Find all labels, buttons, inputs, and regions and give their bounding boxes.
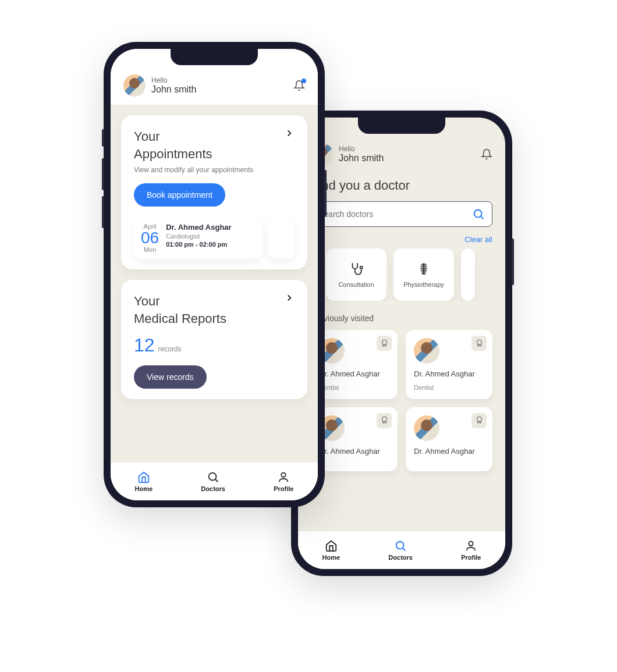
bottom-nav: Home Doctors Profile bbox=[111, 462, 318, 500]
view-records-button[interactable]: View records bbox=[134, 365, 207, 389]
profile-icon bbox=[277, 471, 290, 483]
appointment-item[interactable]: April 06 Mon Dr. Ahmed Asghar Cardiologi… bbox=[134, 217, 262, 259]
card-title-line2: Appointments bbox=[134, 145, 212, 163]
avatar[interactable] bbox=[123, 74, 146, 97]
notification-dot bbox=[302, 79, 306, 83]
appt-doctor: Dr. Ahmed Asghar bbox=[166, 223, 231, 232]
bell-icon bbox=[481, 148, 492, 160]
doctor-name: Dr. Ahmed Asghar bbox=[414, 369, 484, 379]
nav-profile[interactable]: Profile bbox=[461, 539, 481, 561]
svg-point-5 bbox=[469, 542, 473, 546]
tooth-icon bbox=[475, 339, 484, 348]
nav-label: Home bbox=[135, 485, 153, 492]
svg-point-0 bbox=[474, 210, 482, 218]
search-icon bbox=[207, 471, 219, 483]
category-row: Consultation Physiotherapy bbox=[298, 248, 505, 301]
search-input-wrapper[interactable] bbox=[311, 201, 492, 227]
search-input[interactable] bbox=[318, 209, 472, 219]
page-title: Find you a doctor bbox=[298, 173, 505, 201]
nav-label: Profile bbox=[461, 554, 481, 561]
nav-label: Home bbox=[322, 554, 341, 561]
doctor-name: Dr. Ahmed Asghar bbox=[414, 447, 484, 457]
profile-icon bbox=[464, 539, 477, 552]
section-previously-visited: Previously visited bbox=[298, 301, 505, 330]
doctor-name: Dr. Ahmed Asghar bbox=[319, 369, 389, 379]
doctor-grid: Dr. Ahmed Asghar Dentist Dr. Ahmed Asgha… bbox=[298, 330, 505, 399]
specialty-badge bbox=[377, 413, 392, 428]
specialty-badge bbox=[471, 336, 487, 351]
nav-label: Doctors bbox=[388, 554, 413, 561]
nav-profile[interactable]: Profile bbox=[274, 471, 293, 492]
search-icon bbox=[394, 539, 407, 552]
doctor-specialty: Dentist bbox=[319, 384, 389, 391]
svg-line-7 bbox=[215, 479, 218, 482]
nav-doctors[interactable]: Doctors bbox=[388, 539, 413, 561]
chevron-right-icon bbox=[284, 293, 295, 303]
stethoscope-icon bbox=[349, 261, 364, 276]
bottom-nav: Home Doctors Profile bbox=[298, 531, 505, 569]
appt-specialty: Cardiologist bbox=[166, 233, 231, 240]
doctor-card[interactable]: Dr. Ahmed Asghar Dentist bbox=[406, 330, 492, 399]
search-icon bbox=[472, 208, 485, 221]
home-icon bbox=[325, 539, 338, 552]
records-label: records bbox=[158, 345, 182, 353]
specialty-badge bbox=[471, 413, 487, 428]
category-partial[interactable] bbox=[461, 248, 475, 301]
svg-point-6 bbox=[209, 473, 217, 481]
appt-dow: Mon bbox=[141, 246, 159, 253]
nav-label: Profile bbox=[274, 485, 293, 492]
svg-line-4 bbox=[403, 548, 405, 550]
appt-day: 06 bbox=[141, 230, 159, 246]
appointment-item-next[interactable] bbox=[268, 217, 295, 259]
home-icon bbox=[137, 471, 150, 483]
doctor-avatar bbox=[414, 415, 439, 441]
appointments-card: Your Appointments View and modify all yo… bbox=[121, 115, 307, 269]
records-count: 12 bbox=[134, 335, 155, 356]
svg-point-8 bbox=[282, 473, 286, 477]
greeting: Hello bbox=[151, 76, 196, 84]
category-consultation[interactable]: Consultation bbox=[326, 248, 386, 301]
user-name: John smith bbox=[339, 153, 384, 163]
spine-icon bbox=[416, 261, 431, 276]
notch bbox=[358, 118, 445, 134]
svg-point-3 bbox=[396, 542, 404, 549]
appt-time: 01:00 pm - 02:00 pm bbox=[166, 241, 231, 248]
notifications-button[interactable] bbox=[481, 148, 492, 160]
svg-point-2 bbox=[360, 266, 363, 269]
reports-card: Your Medical Reports 12 records View rec… bbox=[121, 280, 307, 399]
appointments-expand[interactable] bbox=[284, 128, 295, 138]
chevron-right-icon bbox=[284, 128, 295, 138]
category-label: Physiotherapy bbox=[403, 281, 444, 288]
specialty-badge bbox=[377, 336, 392, 351]
doctor-specialty: Dentist bbox=[414, 384, 484, 391]
nav-doctors[interactable]: Doctors bbox=[201, 471, 225, 492]
notifications-button[interactable] bbox=[293, 80, 305, 91]
clear-all-link[interactable]: Clear all bbox=[464, 235, 492, 244]
greeting: Hello bbox=[339, 145, 384, 153]
svg-line-1 bbox=[481, 216, 483, 219]
doctor-name: Dr. Ahmed Asghar bbox=[319, 447, 389, 457]
notch bbox=[171, 49, 258, 65]
card-title-line1: Your bbox=[134, 128, 212, 145]
doctor-grid-row2: Dr. Ahmed Asghar Dr. Ahmed Asghar bbox=[298, 407, 505, 471]
tooth-icon bbox=[380, 339, 389, 348]
nav-home[interactable]: Home bbox=[135, 471, 153, 492]
reports-expand[interactable] bbox=[284, 293, 295, 303]
tooth-icon bbox=[380, 416, 389, 425]
book-appointment-button[interactable]: Book appointment bbox=[134, 183, 225, 207]
doctor-avatar bbox=[414, 338, 439, 364]
card-title-line1: Your bbox=[134, 293, 226, 310]
tooth-icon bbox=[475, 416, 484, 425]
category-physiotherapy[interactable]: Physiotherapy bbox=[393, 248, 454, 301]
card-subtitle: View and modify all your appointments bbox=[134, 166, 295, 174]
card-title-line2: Medical Reports bbox=[134, 310, 226, 328]
doctor-card[interactable]: Dr. Ahmed Asghar bbox=[406, 407, 492, 471]
user-name: John smith bbox=[151, 84, 196, 95]
phone-home: Hello John smith Your Appointments bbox=[104, 42, 325, 507]
category-label: Consultation bbox=[338, 281, 374, 288]
nav-label: Doctors bbox=[201, 485, 225, 492]
nav-home[interactable]: Home bbox=[322, 539, 341, 561]
